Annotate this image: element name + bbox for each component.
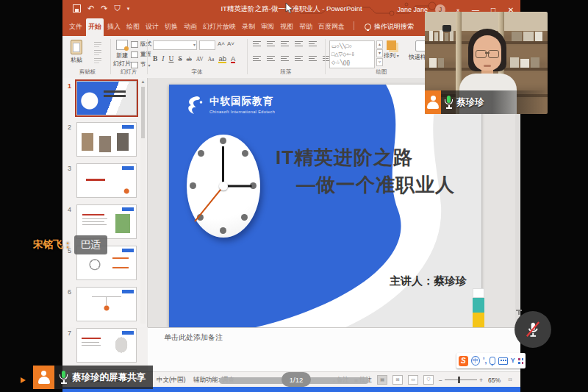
canvas-scrollbar[interactable] — [515, 79, 520, 322]
indent-decrease-icon[interactable] — [281, 41, 289, 48]
tab-设计[interactable]: 设计 — [143, 18, 161, 36]
thumbnail-preview[interactable] — [76, 122, 137, 157]
paste-button[interactable]: 粘贴 — [71, 40, 82, 64]
scroll-up-icon[interactable]: ▲ — [140, 79, 146, 84]
toolbox-icon[interactable] — [518, 358, 523, 364]
zoom-slider[interactable]: − + — [439, 377, 483, 384]
tell-me-search[interactable]: 操作说明搜索 — [365, 22, 414, 36]
highlight-color-button[interactable]: ab — [218, 55, 226, 63]
format-painter-icon[interactable] — [94, 58, 101, 64]
punctuation-icon[interactable]: ’, — [483, 357, 487, 365]
reading-view-button[interactable]: ▭ — [408, 375, 418, 385]
italic-button[interactable]: I — [162, 55, 164, 63]
fit-to-window-icon[interactable]: ⊡ — [506, 376, 514, 384]
slide-thumbnail-3[interactable]: 3 — [62, 163, 140, 204]
grow-font-icon[interactable]: A˄ — [218, 40, 225, 50]
tab-录制[interactable]: 录制 — [240, 18, 257, 36]
tab-绘图[interactable]: 绘图 — [124, 18, 142, 36]
pin-icon[interactable] — [516, 309, 522, 315]
shapes-gallery-scroll[interactable]: ▴▾▿ — [376, 40, 383, 68]
font-color-button[interactable]: A — [231, 55, 235, 63]
voice-input-icon[interactable] — [490, 357, 495, 365]
align-right-icon[interactable] — [281, 56, 289, 63]
cut-icon[interactable] — [94, 42, 101, 48]
webcam-video-tile[interactable]: 蔡珍珍 — [425, 12, 548, 114]
reset-icon — [131, 51, 138, 58]
chinese-mode-icon[interactable]: 中 — [471, 356, 480, 366]
change-case-button[interactable]: Aa — [208, 56, 215, 63]
bullets-icon[interactable] — [253, 41, 261, 48]
sogou-logo-icon[interactable]: S — [459, 356, 468, 366]
line-spacing-icon[interactable] — [309, 41, 317, 48]
tab-审阅[interactable]: 审阅 — [259, 18, 276, 36]
shrink-font-icon[interactable]: A˅ — [227, 40, 234, 50]
thumbnail-preview[interactable] — [76, 328, 137, 363]
page-indicator[interactable]: 1/12 — [282, 372, 311, 387]
slide-thumbnail-7[interactable]: 7 — [62, 328, 140, 369]
layout-icon — [131, 41, 138, 48]
numbering-icon[interactable] — [267, 41, 275, 48]
shapes-gallery[interactable]: ▭○╲╲□○ □△▽◇⇦⇩ ◇☆╲(){} — [329, 40, 375, 68]
cut-copy-painter[interactable] — [94, 42, 101, 64]
indent-increase-icon[interactable] — [295, 41, 303, 48]
tab-文件[interactable]: 文件 — [67, 18, 85, 36]
company-logo: 中软国际教育 Chinasoft International Edutech — [185, 95, 275, 115]
shelf-camera — [442, 25, 451, 32]
input-method-toolbar[interactable]: S 中 ’, Y — [456, 353, 526, 368]
zoom-out-icon[interactable]: − — [439, 377, 442, 384]
zoom-in-icon[interactable]: + — [479, 377, 483, 384]
floating-plugin-widget[interactable] — [473, 288, 484, 329]
slide-thumbnail-1[interactable]: 1 — [62, 81, 140, 122]
mute-microphone-button[interactable] — [514, 311, 551, 348]
zoom-level[interactable]: 65% — [488, 377, 501, 384]
microphone-on-icon — [444, 96, 453, 109]
scrollbar-thumb[interactable] — [141, 87, 145, 138]
notes-placeholder[interactable]: 单击此处添加备注 — [164, 332, 223, 343]
char-spacing-button[interactable]: AV — [196, 56, 204, 63]
tab-帮助[interactable]: 帮助 — [297, 18, 315, 36]
thumbnail-scrollbar[interactable]: ▲ — [140, 79, 146, 324]
justify-icon[interactable] — [295, 56, 303, 63]
slide-thumbnail-6[interactable]: 6 — [62, 287, 140, 328]
underline-button[interactable]: U — [169, 55, 174, 63]
plugin-teal-button[interactable] — [473, 298, 484, 313]
thumbnail-preview[interactable] — [76, 287, 137, 321]
webcam-name-bar: 蔡珍珍 — [425, 90, 548, 114]
bold-button[interactable]: B — [153, 55, 157, 63]
align-center-icon[interactable] — [267, 56, 275, 63]
tab-视图[interactable]: 视图 — [278, 18, 295, 36]
tab-开始[interactable]: 开始 — [86, 18, 104, 36]
slide-sorter-view-button[interactable]: ⊞ — [392, 375, 403, 385]
thumbnail-preview[interactable] — [76, 81, 137, 115]
webcam-avatar — [425, 90, 441, 114]
thumbnail-preview[interactable] — [76, 204, 137, 239]
font-name-input[interactable] — [153, 40, 197, 50]
align-left-icon[interactable] — [253, 56, 261, 63]
language-status[interactable]: 中文(中国) — [157, 376, 186, 385]
tab-动画[interactable]: 动画 — [182, 18, 199, 36]
group-font: A˄ A˅ B I U S ab AV Aa ab A 字体 — [148, 36, 245, 77]
columns-icon[interactable] — [309, 56, 317, 63]
mouse-cursor — [285, 2, 294, 14]
slide-thumbnail-2[interactable]: 2 — [62, 122, 140, 163]
slide[interactable]: 中软国际教育 Chinasoft International Edutech — [169, 85, 481, 327]
person-icon — [427, 96, 439, 109]
shadow-button[interactable]: ab — [187, 56, 192, 63]
copy-icon[interactable] — [94, 50, 101, 56]
tab-幻灯片放映[interactable]: 幻灯片放映 — [201, 18, 238, 36]
tab-百度网盘[interactable]: 百度网盘 — [316, 18, 347, 36]
thumbnail-preview[interactable] — [76, 163, 137, 198]
skin-icon[interactable]: Y — [511, 357, 515, 364]
soft-keyboard-icon[interactable] — [498, 357, 508, 365]
tab-插入[interactable]: 插入 — [105, 18, 123, 36]
new-slide-button[interactable]: 新建 幻灯片 — [113, 40, 131, 68]
arrange-button[interactable]: 排列 — [384, 40, 399, 60]
slide-number: 7 — [68, 329, 71, 337]
tab-切换[interactable]: 切换 — [162, 18, 180, 36]
zoom-slider-thumb[interactable] — [458, 377, 460, 383]
normal-view-button[interactable]: ▤ — [377, 375, 387, 385]
account-name[interactable]: Jane Jane — [397, 6, 428, 13]
slideshow-view-button[interactable]: ⛉ — [423, 375, 434, 385]
font-size-input[interactable] — [199, 40, 215, 50]
strikethrough-button[interactable]: S — [178, 55, 182, 63]
